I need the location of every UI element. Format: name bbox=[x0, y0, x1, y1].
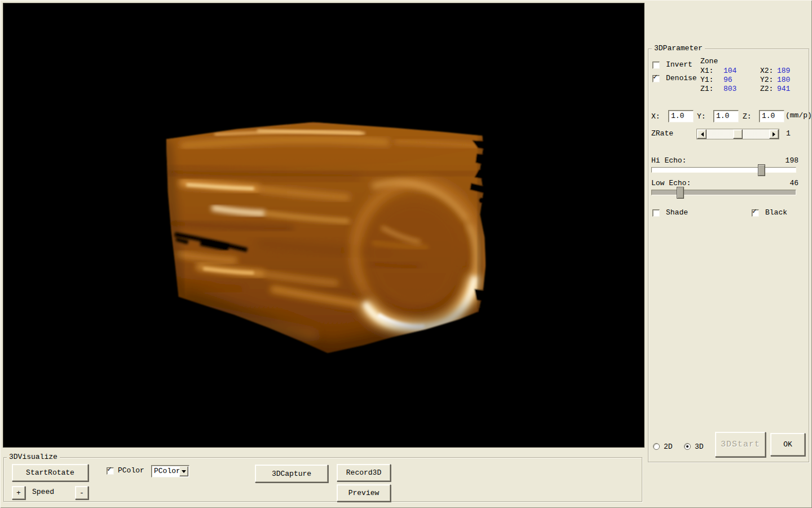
pcolor-select[interactable]: PColor bbox=[151, 465, 189, 478]
zone-z2-value: 941 bbox=[777, 85, 790, 93]
low-echo-slider-thumb[interactable] bbox=[677, 187, 684, 199]
preview-button[interactable]: Preview bbox=[337, 484, 391, 502]
black-checkbox[interactable] bbox=[752, 209, 759, 217]
zrate-left-button[interactable] bbox=[697, 129, 707, 139]
zone-x2-label: X2: bbox=[760, 67, 773, 75]
z-scale-label: Z: bbox=[743, 112, 752, 121]
zrate-right-button[interactable] bbox=[769, 129, 779, 139]
low-echo-slider[interactable] bbox=[651, 190, 796, 195]
hi-echo-slider-thumb[interactable] bbox=[758, 164, 765, 176]
scale-unit-label: (mm/p) bbox=[785, 111, 812, 120]
zone-y2-value: 180 bbox=[777, 76, 790, 84]
zrate-label: ZRate bbox=[651, 129, 673, 138]
pcolor-select-value: PColor bbox=[154, 467, 180, 475]
speed-minus-button[interactable]: - bbox=[75, 486, 89, 500]
x-scale-label: X: bbox=[651, 112, 660, 121]
visualize-group-title: 3DVisualize bbox=[7, 453, 60, 461]
zone-z1-value: 803 bbox=[723, 85, 736, 93]
parameter-group-title: 3DParameter bbox=[652, 45, 705, 52]
pcolor-label: PColor bbox=[118, 466, 144, 475]
z-scale-input[interactable]: 1.0 bbox=[759, 110, 784, 122]
render-viewport[interactable] bbox=[3, 3, 645, 448]
denoise-checkbox[interactable] bbox=[652, 75, 660, 82]
check-icon bbox=[752, 208, 757, 215]
shade-label: Shade bbox=[666, 208, 688, 217]
zone-y2-label: Y2: bbox=[760, 76, 773, 84]
speed-plus-button[interactable]: + bbox=[12, 486, 25, 500]
zone-x1-value: 104 bbox=[723, 67, 736, 75]
3dcapture-button[interactable]: 3DCapture bbox=[255, 465, 328, 483]
zrate-scrollbar[interactable] bbox=[696, 129, 779, 139]
speed-label: Speed bbox=[32, 488, 54, 496]
low-echo-label: Low Echo: bbox=[651, 179, 691, 187]
radio-dot bbox=[686, 445, 689, 448]
zone-z1-label: Z1: bbox=[700, 85, 713, 93]
invert-checkbox[interactable] bbox=[652, 62, 660, 69]
mode-2d-radio[interactable] bbox=[653, 443, 660, 450]
check-icon bbox=[107, 466, 112, 473]
zone-x1-label: X1: bbox=[700, 67, 713, 75]
zone-x2-value: 189 bbox=[777, 67, 790, 75]
zrate-scrollbar-thumb[interactable] bbox=[733, 129, 743, 139]
hi-echo-slider[interactable] bbox=[651, 167, 796, 173]
volume-render-3d bbox=[3, 3, 644, 447]
y-scale-label: Y: bbox=[697, 112, 706, 121]
denoise-label: Denoise bbox=[666, 74, 697, 82]
zone-y1-label: Y1: bbox=[700, 76, 713, 84]
y-scale-input[interactable]: 1.0 bbox=[713, 110, 739, 122]
zone-y1-value: 96 bbox=[723, 76, 732, 84]
mode-2d-label: 2D bbox=[664, 443, 673, 451]
hi-echo-value: 198 bbox=[771, 156, 798, 165]
pcolor-select-dropdown-button[interactable] bbox=[179, 466, 188, 476]
arrow-left-icon bbox=[699, 132, 704, 137]
pcolor-checkbox[interactable] bbox=[107, 467, 114, 475]
record3d-button[interactable]: Record3D bbox=[337, 464, 391, 481]
zone-label: Zone bbox=[700, 57, 718, 65]
shade-checkbox[interactable] bbox=[652, 209, 660, 217]
chevron-down-icon bbox=[182, 470, 186, 475]
arrow-right-icon bbox=[773, 132, 778, 137]
invert-label: Invert bbox=[666, 60, 692, 69]
start-rotate-button[interactable]: StartRotate bbox=[12, 464, 89, 481]
ok-button[interactable]: OK bbox=[770, 433, 805, 456]
low-echo-value: 46 bbox=[771, 179, 798, 187]
mode-3d-radio[interactable] bbox=[684, 443, 691, 450]
black-label: Black bbox=[765, 208, 787, 217]
zrate-value: 1 bbox=[786, 129, 791, 138]
check-icon bbox=[653, 73, 657, 81]
mode-3d-label: 3D bbox=[695, 443, 704, 451]
x-scale-input[interactable]: 1.0 bbox=[668, 110, 694, 122]
3dstart-button[interactable]: 3DStart bbox=[715, 432, 766, 457]
zone-z2-label: Z2: bbox=[760, 85, 773, 93]
hi-echo-label: Hi Echo: bbox=[651, 156, 686, 165]
